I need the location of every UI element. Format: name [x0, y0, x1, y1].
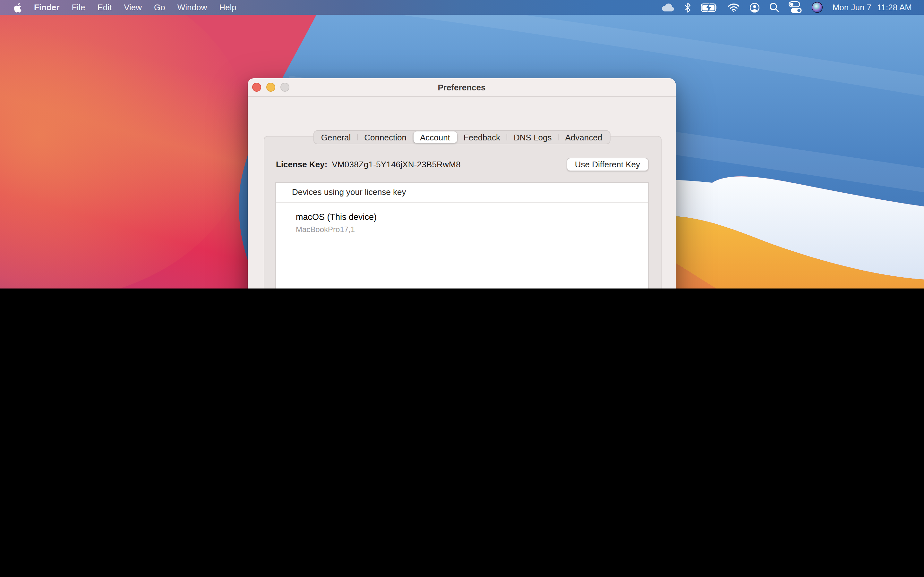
tab-connection[interactable]: Connection [357, 131, 413, 143]
devices-panel: Devices using your license key macOS (Th… [275, 182, 649, 288]
apple-menu-icon[interactable] [13, 2, 22, 13]
window-title: Preferences [248, 82, 676, 92]
menu-item-help[interactable]: Help [219, 3, 236, 12]
siri-icon[interactable] [812, 2, 823, 13]
close-button[interactable] [252, 83, 261, 92]
tab-account[interactable]: Account [413, 131, 457, 143]
device-model: MacBookPro17,1 [296, 224, 648, 234]
minimize-button[interactable] [266, 83, 275, 92]
menu-clock[interactable]: Mon Jun 7 11:28 AM [833, 3, 912, 12]
bluetooth-icon[interactable] [685, 2, 691, 13]
devices-list: macOS (This device) MacBookPro17,1 [276, 202, 648, 234]
tab-general[interactable]: General [314, 131, 358, 143]
license-key-value: VM038Zg1-5Y146jXN-23B5RwM8 [332, 160, 460, 169]
battery-charging-icon[interactable] [701, 3, 718, 12]
menu-item-view[interactable]: View [124, 3, 142, 12]
cloudflare-warp-icon[interactable] [661, 3, 675, 12]
clock-date: Mon Jun 7 [833, 3, 871, 12]
preferences-tab-bar: General Connection Account Feedback DNS … [313, 130, 610, 144]
menu-item-go[interactable]: Go [154, 3, 165, 12]
device-list-item[interactable]: macOS (This device) MacBookPro17,1 [296, 211, 648, 234]
tab-dns-logs[interactable]: DNS Logs [507, 131, 559, 143]
menu-item-window[interactable]: Window [178, 3, 207, 12]
preferences-window: Preferences General Connection Account F… [248, 78, 676, 288]
menu-item-edit[interactable]: Edit [97, 3, 111, 12]
tab-feedback[interactable]: Feedback [457, 131, 507, 143]
menu-item-app[interactable]: Finder [34, 3, 59, 12]
spotlight-search-icon[interactable] [770, 3, 779, 12]
clock-time: 11:28 AM [877, 3, 912, 12]
tab-advanced[interactable]: Advanced [559, 131, 609, 143]
zoom-button-disabled [280, 83, 289, 92]
license-key-label: License Key: [276, 160, 327, 169]
menu-bar: Finder File Edit View Go Window Help [0, 0, 924, 15]
window-content: General Connection Account Feedback DNS … [248, 97, 676, 288]
devices-panel-header: Devices using your license key [276, 182, 648, 202]
control-center-icon[interactable] [789, 1, 803, 13]
user-account-icon[interactable] [750, 2, 760, 13]
wifi-icon[interactable] [728, 3, 740, 12]
desktop: Finder File Edit View Go Window Help [0, 0, 924, 288]
window-titlebar[interactable]: Preferences [248, 78, 676, 97]
device-name: macOS (This device) [296, 211, 648, 223]
use-different-key-button[interactable]: Use Different Key [567, 158, 648, 171]
account-tab-panel: License Key: VM038Zg1-5Y146jXN-23B5RwM8 … [263, 135, 661, 288]
traffic-lights [248, 83, 289, 92]
menu-item-file[interactable]: File [71, 3, 85, 12]
license-key-row: License Key: VM038Zg1-5Y146jXN-23B5RwM8 … [264, 157, 661, 171]
